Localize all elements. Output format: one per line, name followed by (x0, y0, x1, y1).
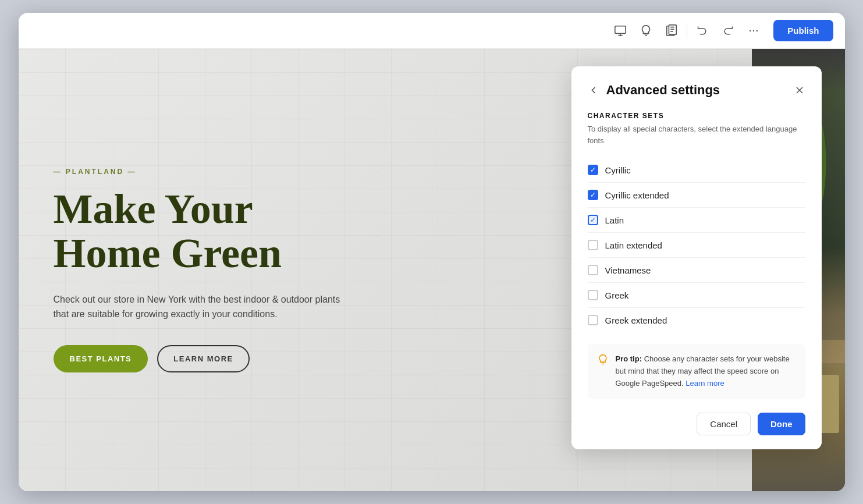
checkbox-item-greek-extended[interactable]: Greek extended (588, 308, 805, 332)
checkbox-cyrillic[interactable]: ✓ (588, 165, 598, 175)
modal-header: Advanced settings (588, 83, 805, 98)
checkbox-latin[interactable]: ✓ (588, 215, 598, 225)
checkbox-label-cyrillic-extended: Cyrillic extended (605, 190, 669, 200)
done-button[interactable]: Done (758, 413, 805, 435)
section-description: To display all special characters, selec… (588, 123, 805, 146)
checkbox-greek-extended[interactable] (588, 315, 598, 325)
modal-footer: Cancel Done (588, 413, 805, 435)
pages-icon[interactable] (661, 20, 682, 41)
svg-rect-0 (615, 26, 626, 33)
redo-icon[interactable] (718, 20, 738, 41)
checkbox-greek[interactable] (588, 290, 598, 300)
section-label: CHARACTER SETS (588, 112, 805, 120)
pro-tip-text: Pro tip: Choose any character sets for y… (616, 353, 796, 389)
more-options-icon[interactable] (743, 20, 764, 41)
check-icon: ✓ (590, 216, 596, 223)
svg-point-6 (753, 30, 755, 31)
checkbox-item-vietnamese[interactable]: Vietnamese (588, 258, 805, 283)
checkbox-item-latin[interactable]: ✓ Latin (588, 208, 805, 233)
checkbox-label-latin: Latin (605, 215, 624, 225)
pro-tip-box: Pro tip: Choose any character sets for y… (588, 344, 805, 399)
modal-title: Advanced settings (606, 83, 720, 98)
undo-icon[interactable] (692, 20, 713, 41)
lightbulb-icon[interactable] (635, 20, 656, 41)
cancel-button[interactable]: Cancel (697, 413, 751, 435)
character-sets-section: CHARACTER SETS To display all special ch… (588, 112, 805, 332)
toolbar: Publish (19, 13, 845, 49)
checkbox-item-cyrillic-extended[interactable]: ✓ Cyrillic extended (588, 183, 805, 208)
checkbox-item-cyrillic[interactable]: ✓ Cyrillic (588, 158, 805, 183)
pro-tip-learn-more-link[interactable]: Learn more (686, 379, 724, 388)
main-content: PLANTLAND Make Your Home Green Check out… (19, 49, 845, 491)
modal-header-left: Advanced settings (588, 83, 720, 98)
svg-point-7 (757, 30, 758, 31)
checkbox-label-greek: Greek (605, 290, 629, 300)
desktop-view-icon[interactable] (610, 20, 631, 41)
pro-tip-icon (597, 354, 609, 368)
toolbar-divider (687, 24, 687, 38)
svg-point-5 (750, 30, 751, 31)
check-icon: ✓ (590, 191, 596, 198)
checkbox-list: ✓ Cyrillic ✓ Cyrillic extended (588, 158, 805, 332)
checkbox-item-greek[interactable]: Greek (588, 283, 805, 308)
checkbox-label-vietnamese: Vietnamese (605, 265, 651, 275)
close-button[interactable] (794, 84, 805, 96)
browser-chrome: Publish PLANTLAND Make Your Home Green C… (19, 13, 845, 491)
checkbox-item-latin-extended[interactable]: Latin extended (588, 233, 805, 258)
advanced-settings-modal: Advanced settings CHARACTER SETS To disp… (571, 66, 822, 449)
checkbox-cyrillic-extended[interactable]: ✓ (588, 190, 598, 200)
pro-tip-label: Pro tip: (616, 354, 642, 363)
check-icon: ✓ (590, 166, 596, 173)
checkbox-vietnamese[interactable] (588, 265, 598, 275)
checkbox-label-cyrillic: Cyrillic (605, 165, 631, 175)
checkbox-label-latin-extended: Latin extended (605, 240, 662, 250)
back-button[interactable] (588, 84, 599, 96)
checkbox-label-greek-extended: Greek extended (605, 315, 667, 325)
publish-button[interactable]: Publish (773, 20, 833, 41)
checkbox-latin-extended[interactable] (588, 240, 598, 250)
modal-overlay: Advanced settings CHARACTER SETS To disp… (19, 49, 845, 491)
svg-rect-4 (669, 24, 677, 34)
